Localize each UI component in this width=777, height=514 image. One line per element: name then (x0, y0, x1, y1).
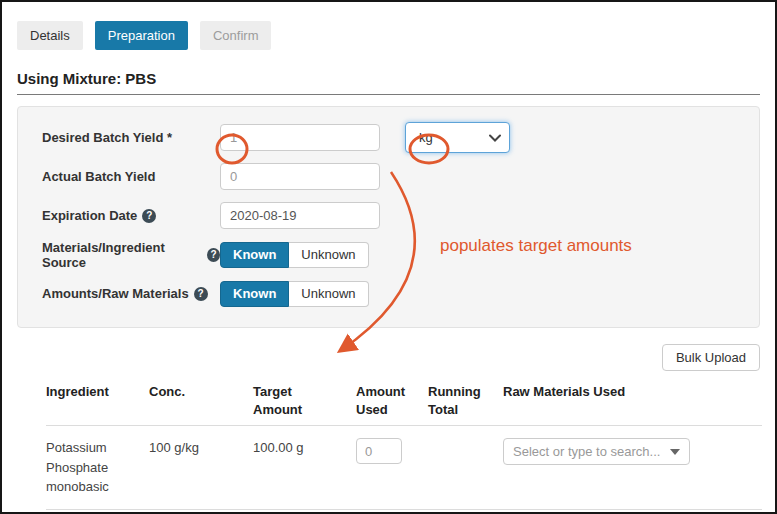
running-total-cell (428, 426, 503, 510)
col-header-running-total: Running Total (428, 383, 503, 426)
col-header-conc: Conc. (149, 383, 253, 426)
amounts-raw-materials-label: Amounts/Raw Materials ? (42, 286, 220, 301)
caret-down-icon (670, 449, 680, 455)
expiration-date-row: Expiration Date ? (42, 202, 759, 229)
table-actions: Bulk Upload (17, 344, 760, 371)
ingredients-table: Ingredient Conc. Target Amount Amount Us… (46, 383, 762, 514)
amounts-known-button[interactable]: Known (220, 281, 289, 307)
table-header-row: Ingredient Conc. Target Amount Amount Us… (46, 383, 762, 426)
expiration-date-label: Expiration Date ? (42, 208, 220, 223)
page-title: Using Mixture: PBS (17, 70, 760, 95)
wizard-tabs: Details Preparation Confirm (17, 21, 775, 50)
batch-preparation-page: Details Preparation Confirm Using Mixtur… (2, 21, 775, 514)
raw-materials-select[interactable]: Select or type to search... (503, 438, 690, 465)
raw-materials-placeholder: Select or type to search... (513, 442, 660, 462)
desired-batch-yield-input[interactable] (220, 124, 380, 151)
bulk-upload-button[interactable]: Bulk Upload (662, 344, 760, 371)
help-question-icon[interactable]: ? (142, 209, 156, 223)
yield-unit-select-wrap: kg (405, 122, 510, 153)
col-header-ingredient: Ingredient (46, 383, 149, 426)
batch-details-panel: Desired Batch Yield * kg Actual Batch Yi… (17, 106, 760, 328)
target-amount-cell: 9000.0 g (253, 509, 356, 514)
materials-source-toggle: Known Unknown (220, 242, 369, 268)
actual-batch-yield-row: Actual Batch Yield (42, 163, 759, 190)
amount-used-input[interactable] (356, 438, 402, 464)
materials-source-unknown-button[interactable]: Unknown (289, 242, 368, 268)
col-header-raw-materials-used: Raw Materials Used (503, 383, 762, 426)
amounts-raw-materials-toggle: Known Unknown (220, 281, 369, 307)
ingredient-name-cell: Sodium Chloride (46, 509, 149, 514)
running-total-cell (428, 509, 503, 514)
tab-preparation[interactable]: Preparation (95, 21, 188, 50)
help-question-icon[interactable]: ? (207, 248, 220, 262)
col-header-amount-used: Amount Used (356, 383, 428, 426)
col-header-target-amount: Target Amount (253, 383, 356, 426)
expiration-date-label-text: Expiration Date (42, 208, 137, 223)
desired-batch-yield-row: Desired Batch Yield * kg (42, 124, 759, 151)
amount-used-cell (356, 426, 428, 510)
help-question-icon[interactable]: ? (194, 287, 208, 301)
ingredient-row-sodium-chloride: Sodium Chloride 9000 g/kg 9000.0 g Selec… (46, 509, 762, 514)
materials-source-label: Materials/Ingredient Source ? (42, 240, 220, 270)
ingredient-row-potassium-phosphate: Potassium Phosphate monobasic 100 g/kg 1… (46, 426, 762, 510)
ingredients-table-wrap: Ingredient Conc. Target Amount Amount Us… (46, 383, 760, 514)
amounts-raw-materials-label-text: Amounts/Raw Materials (42, 286, 189, 301)
amount-used-cell (356, 509, 428, 514)
conc-cell: 9000 g/kg (149, 509, 253, 514)
materials-source-known-button[interactable]: Known (220, 242, 289, 268)
materials-source-label-text: Materials/Ingredient Source (42, 240, 202, 270)
conc-cell: 100 g/kg (149, 426, 253, 510)
target-amount-cell: 100.00 g (253, 426, 356, 510)
raw-materials-cell: Select or type to search... (503, 509, 762, 514)
ingredient-name-cell: Potassium Phosphate monobasic (46, 426, 149, 510)
desired-batch-yield-label: Desired Batch Yield * (42, 130, 220, 145)
expiration-date-input[interactable] (220, 202, 380, 229)
tab-confirm[interactable]: Confirm (200, 21, 272, 50)
yield-unit-select[interactable]: kg (405, 122, 510, 153)
amounts-unknown-button[interactable]: Unknown (289, 281, 368, 307)
actual-batch-yield-input[interactable] (220, 163, 380, 190)
raw-materials-cell: Select or type to search... (503, 426, 762, 510)
actual-batch-yield-label: Actual Batch Yield (42, 169, 220, 184)
materials-source-row: Materials/Ingredient Source ? Known Unkn… (42, 241, 759, 268)
amounts-raw-materials-row: Amounts/Raw Materials ? Known Unknown (42, 280, 759, 307)
tab-details[interactable]: Details (17, 21, 83, 50)
